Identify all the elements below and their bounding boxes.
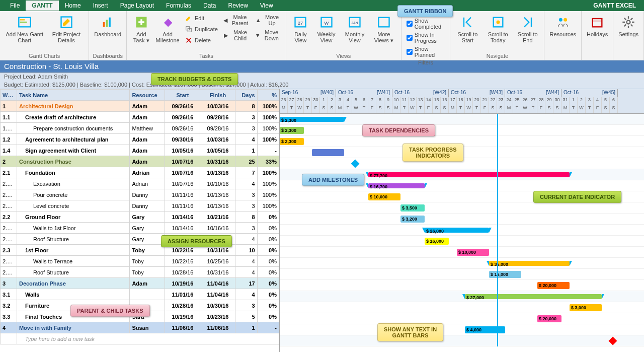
header-wbs[interactable]: WBS — [1, 90, 17, 101]
gantt-bar[interactable]: $ 2,300 — [280, 138, 304, 145]
gantt-bar[interactable]: $ 3,000 — [570, 304, 602, 311]
header-pct[interactable]: % — [257, 90, 279, 101]
gantt-row[interactable]: $ 3,000 — [280, 302, 644, 313]
scroll-end-button[interactable]: Scroll to End — [514, 13, 541, 44]
menu-tab-data[interactable]: Data — [197, 1, 222, 11]
gantt-bar[interactable]: $ 3,500 — [400, 204, 425, 212]
gantt-row[interactable]: $ 20,000 — [280, 313, 644, 324]
header-start[interactable]: Start — [165, 90, 200, 101]
task-row[interactable]: 1.1Create draft of architectureAdam09/26… — [1, 112, 279, 123]
dashboard-button[interactable]: Dashboard — [92, 13, 123, 38]
gantt-bar[interactable]: $ 26,000 — [425, 228, 489, 233]
gantt-row[interactable]: $ 20,000 — [280, 280, 644, 291]
duplicate-button[interactable]: Duplicate — [183, 24, 220, 34]
header-resource[interactable]: Resource — [130, 90, 165, 101]
task-row[interactable]: 2.1.1ExcavationAdrian10/07/1610/10/16410… — [1, 178, 279, 189]
gantt-bar[interactable]: $ 77,700 — [368, 172, 570, 177]
task-row[interactable]: 2.3.1Walls to TerraceToby10/22/1610/25/1… — [1, 256, 279, 267]
task-row[interactable]: 2.2.1Walls to 1st FloorGary10/14/1610/16… — [1, 223, 279, 234]
header-days[interactable]: Days — [235, 90, 257, 101]
holidays-button[interactable]: Holidays — [585, 13, 610, 38]
task-row[interactable]: 4Move in with FamilySusan11/06/1611/06/1… — [1, 322, 279, 333]
header-finish[interactable]: Finish — [200, 90, 235, 101]
task-row[interactable]: 3.1Walls11/01/1611/04/1640% — [1, 289, 279, 300]
task-row[interactable]: 2.2.2Roof StructureGary10/18/1610/21/164… — [1, 234, 279, 245]
svg-point-20 — [559, 18, 562, 22]
gantt-bar[interactable]: $ 10,000 — [457, 249, 489, 256]
milestone-marker[interactable] — [609, 337, 617, 345]
resources-button[interactable]: Resources — [547, 13, 578, 38]
gantt-bar[interactable]: $ 35,000 — [489, 261, 570, 266]
scroll-today-button[interactable]: Scroll to Today — [483, 13, 513, 44]
gantt-row[interactable]: $ 2,300 — [280, 114, 644, 125]
task-row[interactable]: 2.3.2Roof StructureToby10/28/1610/31/164… — [1, 267, 279, 278]
menu-tab-review[interactable]: Review — [222, 1, 254, 11]
gantt-row[interactable]: $ 27,000 — [280, 291, 644, 302]
gantt-row[interactable]: $ 2,300 — [280, 125, 644, 136]
add-new-gantt-button[interactable]: Add New Gantt Chart — [3, 13, 46, 44]
task-row[interactable]: 1.4Sign agreement with ClientAdam10/05/1… — [1, 145, 279, 156]
gantt-row[interactable] — [280, 335, 644, 346]
monthly-view-button[interactable]: JANMonthly View — [341, 13, 368, 45]
milestone-marker[interactable] — [351, 160, 360, 168]
delete-button[interactable]: Delete — [183, 35, 220, 45]
task-row[interactable]: 2.1FoundationAdrian10/07/1610/13/167100% — [1, 167, 279, 178]
gantt-row[interactable]: $ 16,000 — [280, 236, 644, 247]
task-row[interactable]: 1Architectural DesignAdam09/26/1610/03/1… — [1, 101, 279, 112]
task-row[interactable]: 2.31st FloorToby10/22/1610/31/16100% — [1, 245, 279, 256]
menu-tab-formulas[interactable]: Formulas — [160, 1, 197, 11]
menu-tab-file[interactable]: File — [4, 1, 26, 11]
task-row[interactable]: 3Decoration PhaseAdam10/19/1611/04/16170… — [1, 278, 279, 289]
gantt-row[interactable]: $ 15,000 — [280, 269, 644, 280]
callout-milestones: ADD MILESTONES — [302, 174, 364, 186]
svg-point-19 — [496, 21, 500, 24]
gantt-bar[interactable]: $ 4,000 — [465, 326, 505, 333]
task-row[interactable]: 2.1.2Pour concreteDanny10/11/1610/13/163… — [1, 189, 279, 200]
make-parent-button[interactable]: ◀Make Parent — [221, 13, 252, 27]
gantt-bar[interactable]: $ 10,000 — [368, 193, 400, 200]
gantt-row[interactable]: $ 10,000 — [280, 247, 644, 258]
gantt-bar[interactable]: $ 20,000 — [537, 282, 570, 289]
show-progress-checkbox[interactable]: Show In Progress — [405, 31, 447, 44]
gantt-bar[interactable]: $ 15,000 — [489, 271, 521, 278]
add-milestone-button[interactable]: Add Milestone — [153, 13, 182, 45]
gantt-bar[interactable]: $ 27,000 — [465, 294, 602, 299]
show-completed-checkbox[interactable]: Show Completed — [405, 17, 447, 30]
edit-project-button[interactable]: Edit Project Details — [47, 13, 86, 44]
task-row[interactable]: 2Construction PhaseAdam10/07/1610/31/162… — [1, 156, 279, 167]
scroll-start-button[interactable]: Scroll to Start — [453, 13, 481, 44]
daily-view-button[interactable]: 27Daily View — [289, 13, 312, 45]
settings-button[interactable]: Settings — [616, 13, 640, 38]
add-task-button[interactable]: Add Task ▾ — [130, 13, 152, 45]
gantt-row[interactable]: $ 26,000 — [280, 225, 644, 236]
gantt-bar[interactable]: $ 2,300 — [280, 127, 304, 134]
task-row[interactable]: 2.2Ground FloorGary10/14/1610/21/1680% — [1, 212, 279, 223]
gantt-bar[interactable]: $ 3,200 — [400, 216, 425, 223]
more-views-button[interactable]: More Views ▾ — [370, 13, 398, 45]
task-row[interactable]: 2.1.3Level concreteDanny10/11/1610/13/16… — [1, 200, 279, 212]
gantt-bar[interactable] — [312, 149, 344, 156]
task-row[interactable]: 1.1.1Prepare construction documentsMatth… — [1, 123, 279, 134]
menu-tab-gantt[interactable]: GANTT — [26, 1, 58, 11]
make-child-button[interactable]: ▶Make Child — [221, 28, 252, 42]
gantt-bar[interactable]: $ 16,000 — [425, 238, 449, 245]
gantt-row[interactable]: $ 4,000 — [280, 324, 644, 335]
menu-tab-insert[interactable]: Insert — [87, 1, 114, 11]
header-task[interactable]: Task Name — [17, 90, 129, 101]
gantt-row[interactable]: $ 3,200 — [280, 214, 644, 225]
show-planned-checkbox[interactable]: Show Planned — [405, 45, 447, 58]
menu-tab-view[interactable]: View — [254, 1, 279, 11]
move-up-button[interactable]: ▲Move Up — [253, 13, 283, 27]
move-down-button[interactable]: ▼Move Down — [253, 28, 283, 42]
menu-tab-page layout[interactable]: Page Layout — [114, 1, 160, 11]
menu-tab-home[interactable]: Home — [59, 1, 87, 11]
gantt-bar[interactable]: $ 20,000 — [537, 315, 561, 322]
gantt-bar[interactable]: $ 2,300 — [280, 117, 344, 122]
weekly-view-button[interactable]: WWeekly View — [313, 13, 340, 45]
gantt-bar[interactable]: $ 16,700 — [368, 183, 425, 188]
gantt-row[interactable]: $ 35,000 — [280, 258, 644, 269]
task-row[interactable]: 1.2Agreement to architectural planAdam09… — [1, 134, 279, 145]
edit-task-button[interactable]: Edit — [183, 13, 220, 23]
gantt-row[interactable]: $ 3,500 — [280, 202, 644, 214]
new-task-input[interactable]: Type here to add a new task — [1, 333, 279, 344]
